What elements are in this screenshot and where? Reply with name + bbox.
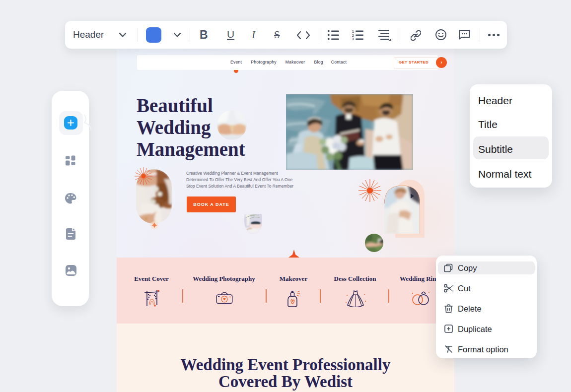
svg-text:3: 3 [352, 37, 354, 40]
svg-text:1: 1 [352, 30, 354, 33]
svg-text:2: 2 [352, 34, 354, 37]
